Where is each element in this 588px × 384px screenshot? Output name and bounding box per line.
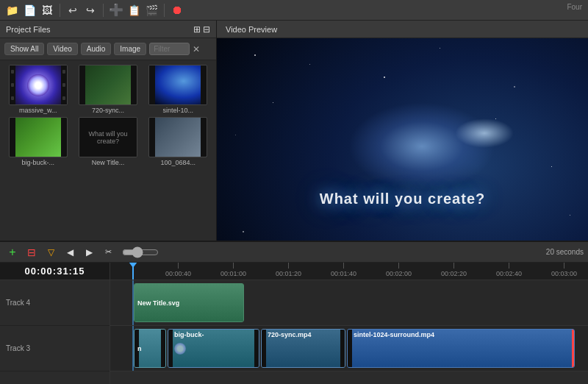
playhead[interactable] [132, 263, 134, 280]
image-filter-button[interactable]: Image [114, 43, 146, 55]
ruler-label: 00:00:40 [165, 270, 191, 277]
ruler-tick [453, 263, 454, 269]
thumb-label-massive: massive_w... [9, 107, 68, 114]
ruler-label: 00:01:20 [276, 270, 301, 277]
audio-filter-button[interactable]: Audio [81, 43, 112, 55]
track-3-label: Track 3 [0, 326, 110, 371]
four-label: Four [567, 3, 582, 11]
header-icons: ⊞ ⊟ [193, 24, 210, 35]
ruler-tick [509, 263, 509, 269]
time-display: 00:00:31:15 [0, 263, 110, 280]
list-view-icon[interactable]: ⊟ [203, 24, 210, 35]
clip-sintel-timeline[interactable]: sintel-1024-surround.mp4 [347, 329, 575, 368]
ruler-mark-2m40: 00:02:40 [496, 263, 522, 280]
thumbnail-100[interactable]: 100_0684... [145, 117, 212, 166]
track-4-label: Track 4 [0, 280, 110, 326]
filter-input[interactable] [149, 43, 190, 55]
ruler-label: 00:02:00 [386, 270, 412, 277]
ruler-label: 00:01:00 [220, 270, 246, 277]
clip-720sync-timeline[interactable]: 720-sync.mp4 [261, 329, 345, 368]
ruler-label: 00:01:40 [331, 270, 356, 277]
ruler-tick [288, 263, 289, 269]
filter-track-button[interactable]: ▽ [43, 245, 59, 260]
thumb-img-720sync [79, 65, 137, 105]
track-area: 00:00:40 00:01:00 00:01:20 00:01:40 00:0… [110, 263, 588, 384]
ruler-mark-40s: 00:00:40 [165, 263, 191, 280]
filter-bar: Show All Video Audio Image ✕ [0, 38, 216, 60]
ruler-mark-1m: 00:01:00 [220, 263, 246, 280]
grid-view-icon[interactable]: ⊞ [193, 24, 201, 35]
clip-icon[interactable]: 📋 [126, 3, 141, 18]
timeline-content: 00:00:31:15 Track 4 Track 3 00:00:40 [0, 263, 588, 384]
thumb-label-bigbuck: big-buck-... [9, 159, 68, 166]
clip-newtitle[interactable]: New Title.svg [134, 283, 244, 322]
project-files-title: Project Files [6, 25, 51, 34]
record-icon[interactable]: ⏺ [170, 3, 184, 18]
timeline-zoom: 20 seconds [546, 248, 584, 256]
ruler-mark-1m40: 00:01:40 [331, 263, 356, 280]
ruler-mark-3m: 00:03:00 [551, 263, 577, 280]
next-keyframe-button[interactable]: ▶ [81, 245, 97, 260]
separator [103, 4, 104, 17]
ruler-mark-2m20: 00:02:20 [441, 263, 467, 280]
redo-icon[interactable]: ↪ [83, 3, 98, 18]
preview-text: What will you create? [320, 191, 485, 207]
zoom-slider[interactable] [122, 246, 159, 258]
thumb-label-720sync: 720-sync... [79, 107, 137, 114]
thumb-label-newtitle: New Title... [79, 159, 137, 166]
preview-title: Video Preview [226, 25, 277, 34]
thumb-img-newtitle: What will you create? [79, 117, 137, 157]
thumb-img-bigbuck [9, 117, 68, 157]
thumbnail-newtitle[interactable]: What will you create? New Title... [74, 117, 141, 166]
prev-keyframe-button[interactable]: ◀ [62, 245, 78, 260]
track-4-row: New Title.svg [110, 280, 588, 326]
new-file-icon[interactable]: 📄 [22, 3, 37, 18]
open-folder-icon[interactable]: 📁 [4, 3, 19, 18]
clip-n-label: n [137, 345, 142, 352]
toolbar: 📁 📄 🖼 ↩ ↪ ➕ 📋 🎬 ⏺ [0, 0, 588, 21]
clip-bigbuck-timeline[interactable]: big-buck- [168, 329, 259, 368]
undo-icon[interactable]: ↩ [65, 3, 80, 18]
add-track-button[interactable]: + [4, 245, 21, 260]
duration-label: 20 seconds [546, 248, 584, 256]
thumb-img-100 [148, 117, 207, 157]
separator [60, 4, 60, 17]
ruler-mark-2m: 00:02:00 [386, 263, 412, 280]
preview-header: Video Preview Four [217, 21, 588, 38]
thumb-label-sintel: sintel-10... [148, 107, 207, 114]
thumbnail-bigbuck[interactable]: big-buck-... [4, 117, 71, 166]
ruler-tick [398, 263, 399, 269]
thumbnail-sintel[interactable]: sintel-10... [145, 65, 212, 114]
timeline-area: + ⊟ ▽ ◀ ▶ ✂ 20 seconds 00:00:31:15 Track… [0, 241, 588, 384]
show-all-button[interactable]: Show All [4, 43, 44, 55]
thumb-img-sintel [148, 65, 207, 105]
separator [164, 4, 165, 17]
add-icon[interactable]: ➕ [109, 3, 123, 18]
video-filter-button[interactable]: Video [47, 43, 77, 55]
track-labels: 00:00:31:15 Track 4 Track 3 [0, 263, 110, 384]
thumb-img-massive [9, 65, 68, 105]
clip-bigbuck-label: big-buck- [174, 331, 204, 338]
ruler-label: 00:03:00 [551, 270, 577, 277]
image-icon[interactable]: 🖼 [40, 3, 54, 18]
ruler-label: 00:02:40 [496, 270, 522, 277]
timeline-ruler: 00:00:40 00:01:00 00:01:20 00:01:40 00:0… [110, 263, 588, 280]
thumb-label-100: 100_0684... [148, 159, 207, 166]
timeline-toolbar: + ⊟ ▽ ◀ ▶ ✂ 20 seconds [0, 242, 588, 263]
film-icon[interactable]: 🎬 [144, 3, 159, 18]
clip-720sync-label: 720-sync.mp4 [268, 331, 312, 338]
playhead-indicator [129, 263, 137, 268]
clip-label-newtitle: New Title.svg [137, 299, 179, 307]
ruler-mark-1m20: 00:01:20 [276, 263, 301, 280]
ruler-label: 00:02:20 [441, 270, 467, 277]
clip-sintel-label: sintel-1024-surround.mp4 [354, 331, 434, 338]
thumbnail-720sync[interactable]: 720-sync... [74, 65, 141, 114]
filter-clear-icon[interactable]: ✕ [193, 44, 200, 54]
thumbnail-massive[interactable]: massive_w... [4, 65, 71, 114]
project-files-header: Project Files ⊞ ⊟ [0, 21, 216, 38]
razor-tool-button[interactable]: ✂ [100, 245, 116, 260]
clip-n[interactable]: n [134, 329, 166, 368]
ruler-tick [233, 263, 234, 269]
ruler-tick [564, 263, 564, 269]
remove-track-button[interactable]: ⊟ [24, 245, 40, 260]
